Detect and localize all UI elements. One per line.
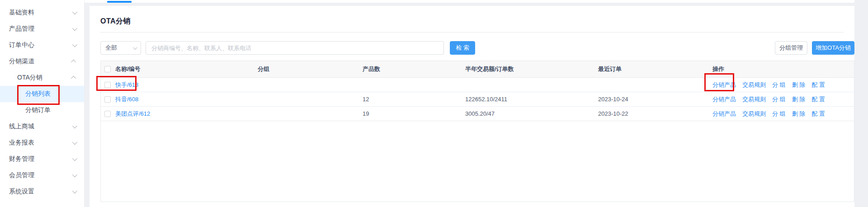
search-input[interactable]: [146, 41, 444, 55]
column-header-product-count: 产品数: [363, 65, 465, 73]
sidebar-item-product-management[interactable]: 产品管理: [0, 21, 84, 37]
sidebar-item-label: 产品管理: [9, 25, 72, 33]
sidebar-item-label: 分销列表: [25, 90, 76, 98]
cell-half-year-volume: 3005.20/47: [465, 110, 598, 117]
page-title: OTA分销: [100, 17, 844, 26]
active-tab-indicator: [107, 1, 132, 3]
table-row: 抖音/608 12 122652.10/2411 2023-10-24 分销产品…: [101, 92, 854, 107]
chevron-down-icon: [72, 188, 77, 193]
sidebar-item-member-management[interactable]: 会员管理: [0, 167, 84, 183]
cell-product-count: 12: [363, 96, 465, 103]
filter-toolbar: 全部 检 索 分组管理 增加OTA分销: [100, 41, 854, 55]
sidebar-item-label: 系统设置: [9, 188, 72, 196]
distributor-name-link[interactable]: 美团点评/612: [115, 110, 150, 118]
chevron-down-icon: [72, 9, 77, 14]
chevron-down-icon: [72, 156, 77, 161]
title-divider: [100, 32, 844, 33]
sidebar-item-label: 线上商城: [9, 122, 72, 131]
distributor-table: 名称/编号 分组 产品数 半年交易额/订单数 最近订单 操作 快手/613 分销…: [100, 61, 854, 202]
action-group[interactable]: 分 组: [772, 95, 786, 104]
action-trade-rules[interactable]: 交易规则: [742, 110, 766, 118]
sidebar-item-business-reports[interactable]: 业务报表: [0, 135, 84, 151]
column-header-group: 分组: [258, 65, 363, 73]
sidebar-item-label: 分销渠道: [9, 57, 72, 66]
chevron-down-icon: [72, 42, 77, 47]
action-trade-rules[interactable]: 交易规则: [742, 81, 766, 89]
chevron-down-icon: [72, 26, 77, 31]
action-configure[interactable]: 配 置: [811, 95, 825, 104]
column-header-last-order: 最近订单: [598, 65, 712, 73]
sidebar-item-distribution-channel[interactable]: 分销渠道: [0, 53, 84, 70]
row-checkbox[interactable]: [104, 96, 111, 103]
sidebar-item-label: 基础资料: [9, 9, 72, 17]
sidebar-item-label: 财务管理: [9, 155, 72, 163]
sidebar-item-label: 会员管理: [9, 171, 72, 179]
sidebar-item-finance-management[interactable]: 财务管理: [0, 151, 84, 167]
sidebar-item-label: OTA分销: [17, 74, 72, 82]
table-row: 美团点评/612 19 3005.20/47 2023-10-22 分销产品 交…: [101, 107, 854, 121]
chevron-down-icon: [133, 45, 137, 50]
action-configure[interactable]: 配 置: [811, 81, 825, 89]
sidebar-item-distribution-orders[interactable]: 分销订单: [0, 102, 84, 118]
table-row: 快手/613 分销产品 交易规则 分 组 删 除 配 置: [101, 78, 854, 92]
sidebar-item-system-settings[interactable]: 系统设置: [0, 183, 84, 200]
sidebar-item-ota-distribution[interactable]: OTA分销: [0, 70, 84, 86]
action-configure[interactable]: 配 置: [811, 110, 825, 118]
select-value: 全部: [105, 44, 133, 52]
row-checkbox[interactable]: [104, 111, 111, 117]
cell-half-year-volume: 122652.10/2411: [465, 96, 598, 103]
chevron-down-icon: [72, 140, 77, 145]
action-distribute-products[interactable]: 分销产品: [712, 95, 736, 104]
chevron-down-icon: [72, 123, 77, 128]
chevron-down-icon: [72, 172, 77, 177]
sidebar-item-label: 分销订单: [25, 106, 76, 114]
action-distribute-products[interactable]: 分销产品: [712, 110, 736, 118]
action-delete[interactable]: 删 除: [792, 95, 806, 104]
cell-last-order: 2023-10-22: [598, 110, 712, 117]
action-trade-rules[interactable]: 交易规则: [742, 95, 766, 104]
table-header-row: 名称/编号 分组 产品数 半年交易额/订单数 最近订单 操作: [101, 61, 854, 78]
search-button[interactable]: 检 索: [450, 41, 475, 55]
sidebar-item-basic-data[interactable]: 基础资料: [0, 5, 84, 21]
sidebar-item-order-center[interactable]: 订单中心: [0, 37, 84, 53]
sidebar-item-online-mall[interactable]: 线上商城: [0, 118, 84, 135]
column-header-actions: 操作: [712, 65, 854, 73]
action-group[interactable]: 分 组: [772, 110, 786, 118]
group-manage-button[interactable]: 分组管理: [775, 41, 807, 55]
column-header-name: 名称/编号: [115, 65, 141, 73]
action-distribute-products[interactable]: 分销产品: [712, 81, 736, 89]
distributor-type-select[interactable]: 全部: [100, 41, 141, 55]
row-checkbox[interactable]: [104, 82, 111, 88]
column-header-half-year-volume: 半年交易额/订单数: [465, 65, 598, 73]
action-delete[interactable]: 删 除: [792, 81, 806, 89]
action-delete[interactable]: 删 除: [792, 110, 806, 118]
sidebar-item-label: 业务报表: [9, 139, 72, 147]
main-content-card: OTA分销 全部 检 索 分组管理 增加OTA分销 名称/编号 分组 产品数 半…: [90, 6, 854, 207]
sidebar-item-label: 订单中心: [9, 41, 72, 49]
distributor-name-link[interactable]: 抖音/608: [115, 95, 138, 104]
cell-product-count: 19: [363, 110, 465, 117]
sidebar-item-distribution-list[interactable]: 分销列表: [0, 86, 84, 102]
select-all-checkbox[interactable]: [104, 66, 111, 72]
cell-last-order: 2023-10-24: [598, 96, 712, 103]
sidebar-menu: 基础资料 产品管理 订单中心 分销渠道 OTA分销 分销列表 分销订单 线上商城…: [0, 0, 85, 207]
distributor-name-link[interactable]: 快手/613: [115, 81, 138, 89]
action-group[interactable]: 分 组: [772, 81, 786, 89]
add-ota-distribution-button[interactable]: 增加OTA分销: [812, 41, 854, 55]
tab-bar-strip: [85, 0, 854, 3]
